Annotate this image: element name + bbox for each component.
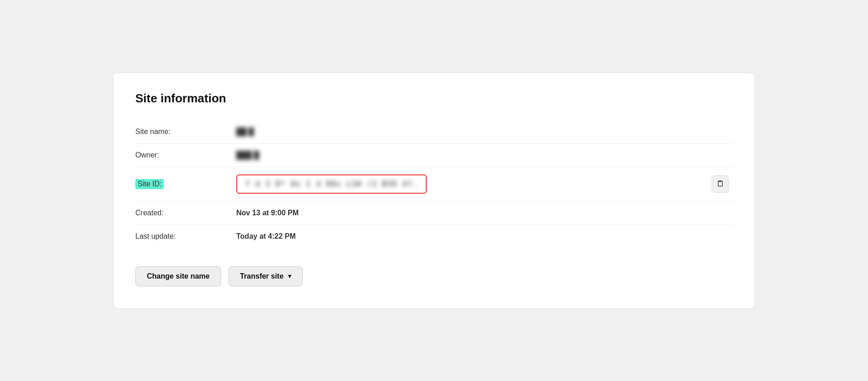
- created-label: Created:: [135, 201, 236, 224]
- table-row: Created: Nov 13 at 9:00 PM: [135, 201, 733, 224]
- table-row: Site ID: 7 d 3 R* 8x I d R8v L5# /3 B5R …: [135, 167, 733, 201]
- copy-site-id-button[interactable]: 🗒: [712, 175, 729, 193]
- site-name-label: Site name:: [135, 120, 236, 144]
- owner-value: ███ █: [236, 143, 733, 167]
- site-id-label-highlight: Site ID:: [135, 179, 164, 189]
- transfer-site-button[interactable]: Transfer site ▾: [228, 266, 303, 286]
- created-value: Nov 13 at 9:00 PM: [236, 201, 733, 224]
- change-site-name-label: Change site name: [147, 272, 210, 280]
- owner-blurred: ███ █: [236, 151, 259, 159]
- site-id-wrapper: 7 d 3 R* 8x I d R8v L5# /3 B5R 47.: [236, 174, 733, 194]
- table-row: Site name: ██ █: [135, 120, 733, 144]
- info-table: Site name: ██ █ Owner: ███ █ Site: [135, 120, 733, 248]
- change-site-name-button[interactable]: Change site name: [135, 266, 221, 286]
- table-row: Owner: ███ █: [135, 143, 733, 167]
- table-row: Last update: Today at 4:22 PM: [135, 224, 733, 248]
- owner-label: Owner:: [135, 143, 236, 167]
- site-name-value: ██ █: [236, 120, 733, 144]
- last-update-value: Today at 4:22 PM: [236, 224, 733, 248]
- site-information-card: Site information Site name: ██ █ Owner: …: [113, 73, 755, 309]
- button-row: Change site name Transfer site ▾: [135, 266, 733, 286]
- site-id-box: 7 d 3 R* 8x I d R8v L5# /3 B5R 47.: [236, 174, 427, 194]
- site-id-label-cell: Site ID:: [135, 167, 236, 201]
- last-update-label: Last update:: [135, 224, 236, 248]
- transfer-site-label: Transfer site: [240, 272, 284, 280]
- site-name-blurred: ██ █: [236, 128, 254, 136]
- site-id-blurred: 7 d 3 R* 8x I d R8v L5# /3 B5R 47.: [245, 180, 417, 188]
- card-title: Site information: [135, 91, 733, 106]
- clipboard-icon: 🗒: [717, 179, 724, 189]
- chevron-down-icon: ▾: [288, 273, 291, 280]
- site-id-value-cell: 7 d 3 R* 8x I d R8v L5# /3 B5R 47. 🗒: [236, 167, 733, 201]
